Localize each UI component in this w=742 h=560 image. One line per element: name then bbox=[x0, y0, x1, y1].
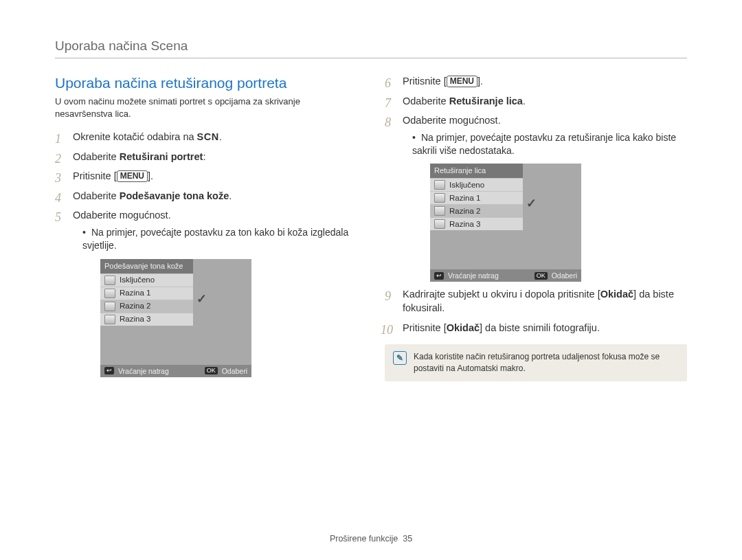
page-footer: Proširene funkcije 35 bbox=[0, 534, 742, 544]
right-bullet: Na primjer, povećajte postavku za retuši… bbox=[412, 131, 687, 157]
left-column: Uporaba načina retuširanog portreta U ov… bbox=[55, 75, 357, 383]
section-title: Uporaba načina retuširanog portreta bbox=[55, 75, 357, 91]
camera-menu-face-retouch: Retuširanje lica Isključeno Razina 1 Raz… bbox=[430, 164, 581, 282]
check-icon bbox=[526, 195, 541, 210]
camera-menu-skin-tone: Podešavanje tona kože Isključeno Razina … bbox=[100, 259, 251, 377]
left-bullet: Na primjer, povećajte postavku za ton ka… bbox=[82, 226, 357, 252]
page-header: Uporaba načina Scena bbox=[55, 38, 687, 58]
info-icon: ✎ bbox=[393, 351, 407, 365]
intro-text: U ovom načinu možete snimati portret s o… bbox=[55, 96, 357, 120]
check-icon bbox=[196, 291, 212, 306]
right-column: 6Pritisnite [MENU]. 7Odaberite Retuširan… bbox=[385, 75, 687, 383]
right-steps: 6Pritisnite [MENU]. 7Odaberite Retuširan… bbox=[385, 75, 687, 335]
left-steps: 1Okrenite kotačić odabira na SCN. 2Odabe… bbox=[55, 131, 357, 377]
info-note: ✎ Kada koristite način retuširanog portr… bbox=[385, 344, 687, 381]
